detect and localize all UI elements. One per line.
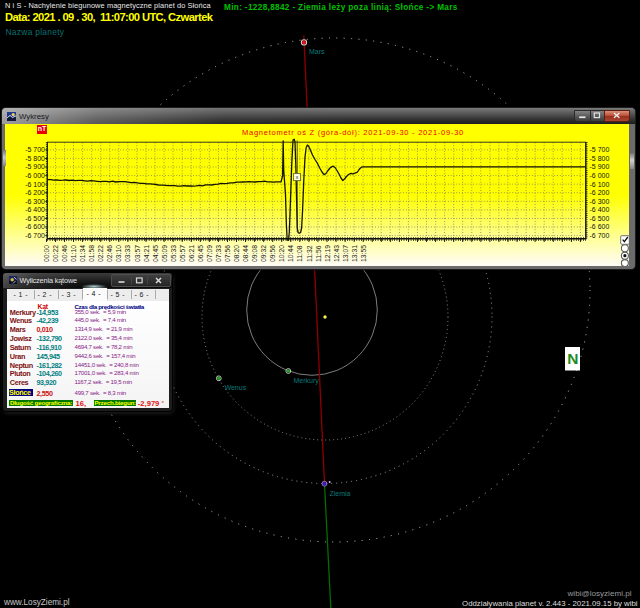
svg-text:04:45: 04:45 — [152, 245, 159, 262]
svg-text:-6 200: -6 200 — [25, 189, 45, 196]
svg-text:04:21: 04:21 — [143, 245, 150, 262]
svg-text:08:20: 08:20 — [233, 245, 240, 262]
svg-text:07:33: 07:33 — [215, 245, 222, 262]
svg-text:-6 600: -6 600 — [590, 223, 610, 230]
svg-text:05:09: 05:09 — [161, 245, 168, 262]
svg-text:N: N — [567, 350, 578, 367]
svg-text:-6 700: -6 700 — [590, 232, 610, 239]
svg-text:-6 100: -6 100 — [590, 181, 610, 188]
svg-text:07:09: 07:09 — [206, 245, 213, 262]
svg-text:06:45: 06:45 — [197, 245, 204, 262]
svg-text:01:10: 01:10 — [70, 245, 77, 262]
svg-text:-6 600: -6 600 — [25, 223, 45, 230]
svg-text:07:56: 07:56 — [224, 245, 231, 262]
svg-text:00:22: 00:22 — [52, 245, 59, 262]
svg-text:02:22: 02:22 — [97, 245, 104, 262]
svg-text:-5 700: -5 700 — [25, 146, 45, 153]
svg-text:12:43: 12:43 — [333, 245, 340, 262]
svg-text:-6 300: -6 300 — [590, 198, 610, 205]
svg-text:-6 500: -6 500 — [25, 215, 45, 222]
svg-text:13:07: 13:07 — [342, 245, 349, 262]
svg-text:x: x — [296, 174, 299, 180]
svg-text:09:08: 09:08 — [251, 245, 258, 262]
svg-text:12:19: 12:19 — [324, 245, 331, 262]
svg-text:-5 800: -5 800 — [25, 155, 45, 162]
svg-text:-5 900: -5 900 — [25, 163, 45, 170]
svg-text:06:21: 06:21 — [188, 245, 195, 262]
svg-text:10:44: 10:44 — [287, 245, 294, 262]
svg-text:03:57: 03:57 — [134, 245, 141, 262]
svg-text:-6 100: -6 100 — [25, 181, 45, 188]
svg-text:-6 700: -6 700 — [25, 232, 45, 239]
svg-text:-6 500: -6 500 — [590, 215, 610, 222]
svg-text:-6 000: -6 000 — [25, 172, 45, 179]
svg-text:10:20: 10:20 — [278, 245, 285, 262]
svg-text:09:32: 09:32 — [260, 245, 267, 262]
svg-text:05:57: 05:57 — [179, 245, 186, 262]
svg-text:Merkury: Merkury — [294, 377, 320, 385]
svg-text:02:46: 02:46 — [106, 245, 113, 262]
svg-text:00:46: 00:46 — [61, 245, 68, 262]
svg-text:-6 400: -6 400 — [25, 206, 45, 213]
svg-text:-6 400: -6 400 — [590, 206, 610, 213]
svg-text:-6 300: -6 300 — [25, 198, 45, 205]
svg-text:-5 800: -5 800 — [590, 155, 610, 162]
svg-text:11:08: 11:08 — [296, 245, 303, 262]
svg-text:09:56: 09:56 — [269, 245, 276, 262]
svg-text:03:10: 03:10 — [115, 245, 122, 262]
svg-text:11:56: 11:56 — [315, 245, 322, 262]
svg-text:05:33: 05:33 — [170, 245, 177, 262]
svg-text:-5 700: -5 700 — [590, 146, 610, 153]
svg-text:13:55: 13:55 — [360, 245, 367, 262]
svg-text:01:58: 01:58 — [88, 245, 95, 262]
svg-text:-5 900: -5 900 — [590, 163, 610, 170]
svg-text:00:00: 00:00 — [43, 245, 50, 262]
svg-text:Mars: Mars — [309, 48, 325, 55]
svg-text:-6 000: -6 000 — [590, 172, 610, 179]
svg-text:Wenus: Wenus — [225, 384, 247, 391]
svg-text:-6 200: -6 200 — [590, 189, 610, 196]
svg-text:11:32: 11:32 — [306, 245, 313, 262]
svg-text:13:31: 13:31 — [351, 245, 358, 262]
svg-text:03:33: 03:33 — [124, 245, 131, 262]
svg-text:08:44: 08:44 — [242, 245, 249, 262]
svg-text:01:34: 01:34 — [79, 245, 86, 262]
svg-text:Ziemia: Ziemia — [330, 490, 351, 497]
